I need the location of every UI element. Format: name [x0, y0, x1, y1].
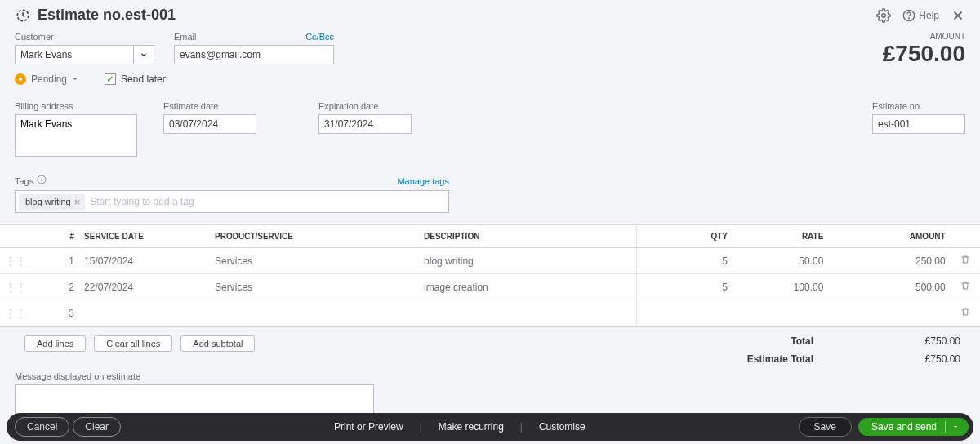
estimate-icon [15, 7, 31, 24]
print-preview-link[interactable]: Print or Preview [334, 421, 403, 433]
col-rate: RATE [733, 225, 828, 248]
svg-point-4 [19, 78, 22, 81]
line-items-table: # SERVICE DATE PRODUCT/SERVICE DESCRIPTI… [0, 225, 980, 327]
add-subtotal-button[interactable]: Add subtotal [180, 335, 255, 352]
help-icon[interactable] [902, 9, 915, 22]
svg-point-3 [909, 17, 910, 18]
close-icon[interactable] [951, 8, 965, 23]
estimate-no-label: Estimate no. [872, 101, 965, 111]
cell-amount[interactable] [828, 300, 950, 327]
caret-down-icon [952, 424, 959, 430]
cell-description[interactable] [419, 300, 637, 327]
save-and-send-button[interactable]: Save and send [858, 418, 969, 436]
send-later-checkbox[interactable]: ✓ [105, 73, 116, 85]
amount-value: £750.00 [883, 41, 965, 67]
table-row[interactable]: ⋮⋮115/07/2024Servicesblog writing550.002… [0, 248, 980, 274]
customise-link[interactable]: Customise [539, 421, 586, 433]
clear-button[interactable]: Clear [73, 417, 121, 437]
separator: | [520, 421, 523, 433]
customer-input[interactable] [15, 45, 133, 64]
col-num: # [31, 225, 79, 248]
tag-chip: blog writing × [19, 194, 85, 210]
cell-rate[interactable]: 50.00 [733, 248, 828, 274]
cell-qty[interactable] [637, 300, 733, 327]
cancel-button[interactable]: Cancel [15, 417, 69, 437]
estimate-date-label: Estimate date [163, 101, 256, 111]
tags-label: Tags [15, 176, 33, 186]
clear-lines-button[interactable]: Clear all lines [94, 335, 172, 352]
cell-product[interactable]: Services [210, 248, 419, 274]
save-and-send-label: Save and send [871, 421, 937, 433]
expiration-date-label: Expiration date [318, 101, 412, 111]
page-title: Estimate no.est-001 [38, 7, 876, 24]
customer-label: Customer [15, 32, 154, 42]
status-label: Pending [31, 73, 67, 85]
tags-input[interactable]: blog writing × Start typing to add a tag [15, 190, 449, 213]
cell-rate[interactable] [733, 300, 828, 327]
make-recurring-link[interactable]: Make recurring [439, 421, 504, 433]
estimate-no-input[interactable] [872, 114, 965, 134]
total-value: £750.00 [895, 335, 960, 347]
email-input[interactable] [174, 45, 334, 64]
checkmark-icon: ✓ [106, 74, 114, 84]
cell-description[interactable]: image creation [419, 274, 637, 300]
drag-handle-icon[interactable]: ⋮⋮ [0, 248, 31, 274]
estimate-date-input[interactable] [163, 114, 256, 134]
cell-product[interactable]: Services [210, 274, 419, 300]
tags-info-icon[interactable] [37, 175, 47, 187]
cell-num: 1 [31, 248, 79, 274]
cell-service-date[interactable]: 22/07/2024 [79, 274, 210, 300]
email-label: Email [174, 32, 197, 42]
col-amount: AMOUNT [828, 225, 950, 248]
cell-service-date[interactable] [79, 300, 210, 327]
cell-qty[interactable]: 5 [637, 248, 733, 274]
help-label[interactable]: Help [919, 10, 939, 21]
cell-num: 2 [31, 274, 79, 300]
col-qty: QTY [637, 225, 733, 248]
col-service-date: SERVICE DATE [79, 225, 210, 248]
total-label: Total [791, 335, 813, 347]
cell-rate[interactable]: 100.00 [733, 274, 828, 300]
expiration-date-input[interactable] [318, 114, 412, 134]
amount-label: AMOUNT [883, 32, 965, 41]
delete-row-icon[interactable] [951, 300, 980, 327]
drag-handle-icon[interactable]: ⋮⋮ [0, 274, 31, 300]
chevron-down-icon [140, 51, 148, 59]
customer-dropdown-toggle[interactable] [133, 45, 154, 64]
table-row[interactable]: ⋮⋮222/07/2024Servicesimage creation5100.… [0, 274, 980, 300]
send-later-label: Send later [121, 73, 166, 85]
status-dropdown[interactable]: Pending [15, 73, 78, 85]
table-row[interactable]: ⋮⋮3 [0, 300, 980, 327]
cell-product[interactable] [210, 300, 419, 327]
billing-address-input[interactable] [15, 114, 137, 157]
bottom-bar: Cancel Clear Print or Preview | Make rec… [7, 413, 973, 441]
tag-remove-icon[interactable]: × [74, 196, 81, 208]
caret-down-icon [72, 76, 78, 82]
cell-amount[interactable]: 250.00 [828, 248, 950, 274]
est-total-label: Estimate Total [747, 353, 813, 365]
billing-label: Billing address [15, 101, 137, 111]
cell-service-date[interactable]: 15/07/2024 [79, 248, 210, 274]
cell-amount[interactable]: 500.00 [828, 274, 950, 300]
delete-row-icon[interactable] [951, 248, 980, 274]
drag-handle-icon[interactable]: ⋮⋮ [0, 300, 31, 327]
status-dot-icon [15, 73, 26, 85]
tags-placeholder: Start typing to add a tag [90, 196, 194, 207]
cell-num: 3 [31, 300, 79, 327]
est-total-value: £750.00 [895, 353, 960, 365]
save-button[interactable]: Save [799, 417, 852, 437]
separator: | [420, 421, 422, 433]
cell-description[interactable]: blog writing [419, 248, 637, 274]
save-and-send-dropdown[interactable] [945, 421, 965, 433]
cell-qty[interactable]: 5 [637, 274, 733, 300]
col-description: DESCRIPTION [419, 225, 637, 248]
svg-point-1 [882, 13, 886, 17]
add-lines-button[interactable]: Add lines [24, 335, 86, 352]
gear-icon[interactable] [876, 8, 891, 23]
manage-tags-link[interactable]: Manage tags [397, 176, 449, 186]
ccbcc-link[interactable]: Cc/Bcc [305, 32, 334, 42]
message-label: Message displayed on estimate [15, 371, 965, 381]
tag-chip-label: blog writing [25, 197, 71, 206]
col-product: PRODUCT/SERVICE [210, 225, 419, 248]
delete-row-icon[interactable] [951, 274, 980, 300]
